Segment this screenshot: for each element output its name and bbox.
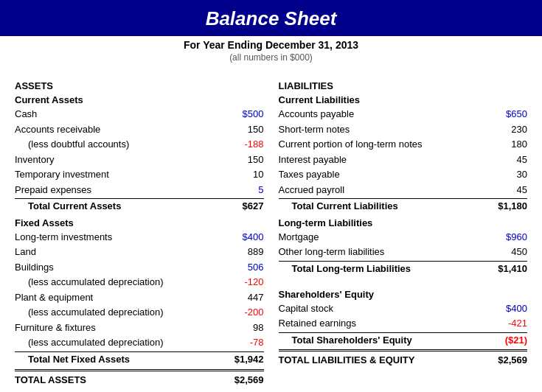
row-accounts-receivable: Accounts receivable 150 [15,122,264,137]
row-prepaid-expenses: Prepaid expenses 5 [15,183,264,197]
main-content: ASSETS Current Assets Cash $500 Accounts… [0,76,542,388]
row-furniture-fixtures: Furniture & fixtures 98 [15,321,264,335]
total-shareholders-equity: Total Shareholders' Equity ($21) [279,332,528,349]
row-taxes-payable: Taxes payable 30 [279,167,528,182]
row-temporary-investment: Temporary investment 10 [15,167,264,182]
row-capital-stock: Capital stock $400 [279,301,528,316]
assets-section-title: ASSETS [15,80,264,91]
row-long-term-investments: Long-term investments $400 [15,230,264,245]
row-accounts-payable: Accounts payable $650 [279,107,528,122]
subtitle: For Year Ending December 31, 2013 [0,39,542,51]
row-cash: Cash $500 [15,107,264,122]
row-less-accum-dep-furniture: (less accumulated depreciation) -78 [15,335,264,350]
row-inventory: Inventory 150 [15,153,264,167]
page-title: Balance Sheet [0,7,542,30]
row-retained-earnings: Retained earnings -421 [279,316,528,331]
row-short-term-notes: Short-term notes 230 [279,122,528,137]
note: (all numbers in $000) [0,52,542,63]
liabilities-section-title: LIABILITIES [279,80,528,91]
liabilities-column: LIABILITIES Current Liabilities Accounts… [271,76,535,388]
row-plant-equipment: Plant & equipment 447 [15,290,264,305]
row-current-portion-longterm: Current portion of long-term notes 180 [279,137,528,152]
row-interest-payable: Interest payable 45 [279,153,528,167]
row-accrued-payroll: Accrued payroll 45 [279,183,528,197]
equity-title: Shareholders' Equity [279,289,528,300]
row-less-accum-dep-buildings: (less accumulated depreciation) -120 [15,275,264,290]
current-liabilities-title: Current Liabilities [279,94,528,105]
row-land: Land 889 [15,245,264,259]
total-assets: TOTAL ASSETS $2,569 [15,369,264,388]
row-buildings: Buildings 506 [15,260,264,275]
total-current-assets: Total Current Assets $627 [15,198,264,214]
row-mortgage: Mortgage $960 [279,230,528,245]
row-other-longterm: Other long-term liabilities 450 [279,245,528,259]
total-liabilities-equity: TOTAL LIABILITIES & EQUITY $2,569 [279,349,528,368]
row-less-doubtful: (less doubtful accounts) -188 [15,137,264,152]
header: Balance Sheet For Year Ending December 3… [0,0,542,63]
fixed-assets-title: Fixed Assets [15,217,264,228]
total-net-fixed-assets: Total Net Fixed Assets $1,942 [15,351,264,368]
total-longterm-liabilities: Total Long-term Liabilities $1,410 [279,261,528,277]
assets-column: ASSETS Current Assets Cash $500 Accounts… [7,76,271,388]
total-current-liabilities: Total Current Liabilities $1,180 [279,198,528,214]
row-less-accum-dep-plant: (less accumulated depreciation) -200 [15,305,264,320]
longterm-liabilities-title: Long-term Liabilities [279,217,528,228]
current-assets-title: Current Assets [15,94,264,105]
